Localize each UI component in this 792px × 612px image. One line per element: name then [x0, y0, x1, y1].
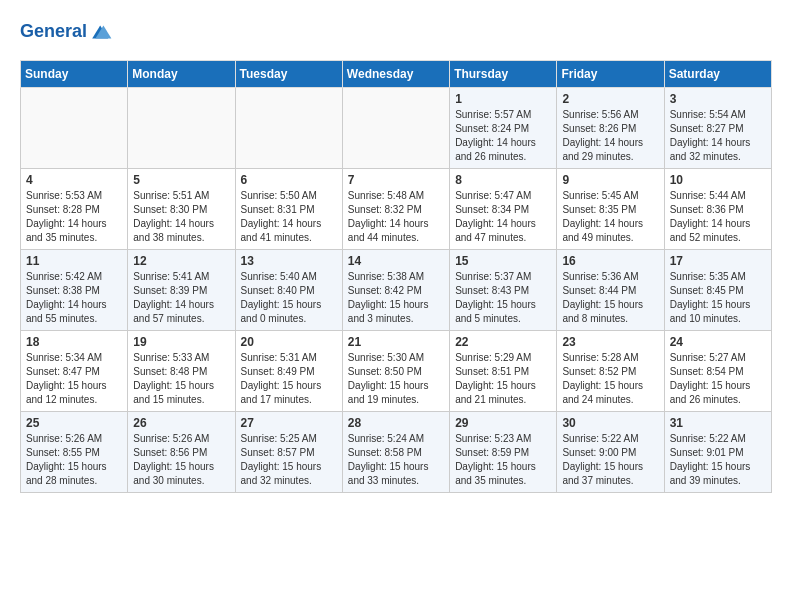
- calendar-cell: 30Sunrise: 5:22 AM Sunset: 9:00 PM Dayli…: [557, 412, 664, 493]
- weekday-header-sunday: Sunday: [21, 61, 128, 88]
- calendar-cell: [342, 88, 449, 169]
- day-info: Sunrise: 5:54 AM Sunset: 8:27 PM Dayligh…: [670, 108, 766, 164]
- day-info: Sunrise: 5:24 AM Sunset: 8:58 PM Dayligh…: [348, 432, 444, 488]
- calendar-cell: 5Sunrise: 5:51 AM Sunset: 8:30 PM Daylig…: [128, 169, 235, 250]
- logo-icon: [89, 20, 113, 44]
- day-number: 10: [670, 173, 766, 187]
- day-number: 15: [455, 254, 551, 268]
- day-number: 30: [562, 416, 658, 430]
- day-number: 17: [670, 254, 766, 268]
- day-info: Sunrise: 5:40 AM Sunset: 8:40 PM Dayligh…: [241, 270, 337, 326]
- day-info: Sunrise: 5:53 AM Sunset: 8:28 PM Dayligh…: [26, 189, 122, 245]
- logo: General: [20, 20, 113, 44]
- day-number: 2: [562, 92, 658, 106]
- calendar-cell: 18Sunrise: 5:34 AM Sunset: 8:47 PM Dayli…: [21, 331, 128, 412]
- calendar-cell: 27Sunrise: 5:25 AM Sunset: 8:57 PM Dayli…: [235, 412, 342, 493]
- day-info: Sunrise: 5:26 AM Sunset: 8:56 PM Dayligh…: [133, 432, 229, 488]
- calendar-cell: 28Sunrise: 5:24 AM Sunset: 8:58 PM Dayli…: [342, 412, 449, 493]
- calendar-cell: 26Sunrise: 5:26 AM Sunset: 8:56 PM Dayli…: [128, 412, 235, 493]
- calendar-cell: 29Sunrise: 5:23 AM Sunset: 8:59 PM Dayli…: [450, 412, 557, 493]
- logo-text: General: [20, 22, 87, 42]
- calendar-cell: 8Sunrise: 5:47 AM Sunset: 8:34 PM Daylig…: [450, 169, 557, 250]
- day-info: Sunrise: 5:25 AM Sunset: 8:57 PM Dayligh…: [241, 432, 337, 488]
- day-number: 24: [670, 335, 766, 349]
- day-info: Sunrise: 5:48 AM Sunset: 8:32 PM Dayligh…: [348, 189, 444, 245]
- day-number: 8: [455, 173, 551, 187]
- day-number: 27: [241, 416, 337, 430]
- weekday-header-thursday: Thursday: [450, 61, 557, 88]
- day-number: 21: [348, 335, 444, 349]
- day-number: 29: [455, 416, 551, 430]
- calendar-body: 1Sunrise: 5:57 AM Sunset: 8:24 PM Daylig…: [21, 88, 772, 493]
- day-number: 19: [133, 335, 229, 349]
- day-info: Sunrise: 5:56 AM Sunset: 8:26 PM Dayligh…: [562, 108, 658, 164]
- calendar-cell: 2Sunrise: 5:56 AM Sunset: 8:26 PM Daylig…: [557, 88, 664, 169]
- calendar-cell: 19Sunrise: 5:33 AM Sunset: 8:48 PM Dayli…: [128, 331, 235, 412]
- calendar-cell: 1Sunrise: 5:57 AM Sunset: 8:24 PM Daylig…: [450, 88, 557, 169]
- calendar-cell: 9Sunrise: 5:45 AM Sunset: 8:35 PM Daylig…: [557, 169, 664, 250]
- calendar-cell: 13Sunrise: 5:40 AM Sunset: 8:40 PM Dayli…: [235, 250, 342, 331]
- day-info: Sunrise: 5:44 AM Sunset: 8:36 PM Dayligh…: [670, 189, 766, 245]
- calendar-cell: 10Sunrise: 5:44 AM Sunset: 8:36 PM Dayli…: [664, 169, 771, 250]
- day-number: 1: [455, 92, 551, 106]
- day-number: 3: [670, 92, 766, 106]
- day-number: 7: [348, 173, 444, 187]
- day-number: 16: [562, 254, 658, 268]
- day-info: Sunrise: 5:47 AM Sunset: 8:34 PM Dayligh…: [455, 189, 551, 245]
- day-number: 6: [241, 173, 337, 187]
- calendar-cell: 6Sunrise: 5:50 AM Sunset: 8:31 PM Daylig…: [235, 169, 342, 250]
- calendar-cell: 22Sunrise: 5:29 AM Sunset: 8:51 PM Dayli…: [450, 331, 557, 412]
- calendar-cell: [235, 88, 342, 169]
- day-info: Sunrise: 5:30 AM Sunset: 8:50 PM Dayligh…: [348, 351, 444, 407]
- calendar-cell: 7Sunrise: 5:48 AM Sunset: 8:32 PM Daylig…: [342, 169, 449, 250]
- day-info: Sunrise: 5:34 AM Sunset: 8:47 PM Dayligh…: [26, 351, 122, 407]
- day-number: 11: [26, 254, 122, 268]
- day-info: Sunrise: 5:29 AM Sunset: 8:51 PM Dayligh…: [455, 351, 551, 407]
- calendar-cell: [21, 88, 128, 169]
- day-number: 4: [26, 173, 122, 187]
- day-info: Sunrise: 5:57 AM Sunset: 8:24 PM Dayligh…: [455, 108, 551, 164]
- day-number: 13: [241, 254, 337, 268]
- day-info: Sunrise: 5:36 AM Sunset: 8:44 PM Dayligh…: [562, 270, 658, 326]
- page-header: General: [20, 20, 772, 44]
- calendar-header: SundayMondayTuesdayWednesdayThursdayFrid…: [21, 61, 772, 88]
- calendar-cell: 3Sunrise: 5:54 AM Sunset: 8:27 PM Daylig…: [664, 88, 771, 169]
- day-info: Sunrise: 5:37 AM Sunset: 8:43 PM Dayligh…: [455, 270, 551, 326]
- calendar-week-1: 1Sunrise: 5:57 AM Sunset: 8:24 PM Daylig…: [21, 88, 772, 169]
- calendar-cell: 21Sunrise: 5:30 AM Sunset: 8:50 PM Dayli…: [342, 331, 449, 412]
- calendar-week-2: 4Sunrise: 5:53 AM Sunset: 8:28 PM Daylig…: [21, 169, 772, 250]
- day-info: Sunrise: 5:22 AM Sunset: 9:01 PM Dayligh…: [670, 432, 766, 488]
- day-info: Sunrise: 5:51 AM Sunset: 8:30 PM Dayligh…: [133, 189, 229, 245]
- day-info: Sunrise: 5:41 AM Sunset: 8:39 PM Dayligh…: [133, 270, 229, 326]
- weekday-header-wednesday: Wednesday: [342, 61, 449, 88]
- day-number: 22: [455, 335, 551, 349]
- day-info: Sunrise: 5:23 AM Sunset: 8:59 PM Dayligh…: [455, 432, 551, 488]
- day-number: 31: [670, 416, 766, 430]
- calendar-cell: 11Sunrise: 5:42 AM Sunset: 8:38 PM Dayli…: [21, 250, 128, 331]
- calendar-cell: 17Sunrise: 5:35 AM Sunset: 8:45 PM Dayli…: [664, 250, 771, 331]
- day-number: 14: [348, 254, 444, 268]
- weekday-header-saturday: Saturday: [664, 61, 771, 88]
- day-number: 26: [133, 416, 229, 430]
- calendar-cell: [128, 88, 235, 169]
- day-info: Sunrise: 5:28 AM Sunset: 8:52 PM Dayligh…: [562, 351, 658, 407]
- day-info: Sunrise: 5:50 AM Sunset: 8:31 PM Dayligh…: [241, 189, 337, 245]
- day-info: Sunrise: 5:27 AM Sunset: 8:54 PM Dayligh…: [670, 351, 766, 407]
- calendar-cell: 15Sunrise: 5:37 AM Sunset: 8:43 PM Dayli…: [450, 250, 557, 331]
- day-info: Sunrise: 5:26 AM Sunset: 8:55 PM Dayligh…: [26, 432, 122, 488]
- calendar-table: SundayMondayTuesdayWednesdayThursdayFrid…: [20, 60, 772, 493]
- day-number: 20: [241, 335, 337, 349]
- day-info: Sunrise: 5:35 AM Sunset: 8:45 PM Dayligh…: [670, 270, 766, 326]
- calendar-cell: 12Sunrise: 5:41 AM Sunset: 8:39 PM Dayli…: [128, 250, 235, 331]
- calendar-cell: 31Sunrise: 5:22 AM Sunset: 9:01 PM Dayli…: [664, 412, 771, 493]
- weekday-header-tuesday: Tuesday: [235, 61, 342, 88]
- day-number: 5: [133, 173, 229, 187]
- day-number: 23: [562, 335, 658, 349]
- day-number: 18: [26, 335, 122, 349]
- calendar-cell: 20Sunrise: 5:31 AM Sunset: 8:49 PM Dayli…: [235, 331, 342, 412]
- calendar-cell: 25Sunrise: 5:26 AM Sunset: 8:55 PM Dayli…: [21, 412, 128, 493]
- weekday-header-row: SundayMondayTuesdayWednesdayThursdayFrid…: [21, 61, 772, 88]
- day-info: Sunrise: 5:45 AM Sunset: 8:35 PM Dayligh…: [562, 189, 658, 245]
- calendar-week-5: 25Sunrise: 5:26 AM Sunset: 8:55 PM Dayli…: [21, 412, 772, 493]
- day-info: Sunrise: 5:22 AM Sunset: 9:00 PM Dayligh…: [562, 432, 658, 488]
